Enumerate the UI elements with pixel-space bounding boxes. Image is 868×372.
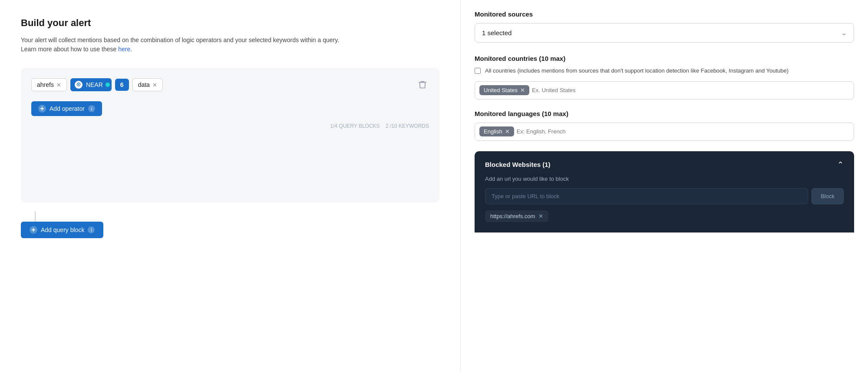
monitored-languages-label: Monitored languages (10 max) (475, 110, 854, 117)
url-input[interactable] (485, 188, 808, 204)
language-tag-english-label: English (484, 128, 502, 135)
add-query-block-info-icon: i (88, 226, 95, 233)
token-data: data ✕ (132, 78, 163, 91)
connector-line (35, 211, 36, 222)
token-ahrefs-label: ahrefs (37, 81, 54, 88)
add-operator-label: Add operator (50, 105, 85, 112)
languages-input-row[interactable]: English ✕ (475, 123, 854, 141)
add-operator-plus-icon: + (38, 105, 46, 113)
token-number-label: 6 (120, 81, 124, 88)
page-title: Build your alert (21, 17, 439, 29)
description-link[interactable]: here (118, 46, 130, 53)
country-tag-us-label: United States (484, 87, 518, 93)
country-tag-us: United States ✕ (479, 85, 529, 95)
blocked-urls-list: https://ahrefs.com ✕ (485, 210, 844, 222)
blocked-subtitle: Add an url you would like to block (485, 176, 844, 182)
query-footer: 1/4 QUERY BLOCKS 2 /10 KEYWORDS (31, 123, 429, 129)
near-dot-badge (106, 83, 110, 87)
monitored-sources-dropdown[interactable]: 1 selected ⌄ (475, 23, 854, 43)
all-countries-checkbox[interactable] (475, 68, 481, 74)
countries-input-row[interactable]: United States ✕ (475, 81, 854, 100)
token-ahrefs: ahrefs ✕ (31, 78, 67, 91)
block-button[interactable]: Block (812, 188, 844, 204)
add-query-block-plus-icon: + (30, 226, 37, 234)
description-learn-more: Learn more about how to use these (21, 46, 116, 53)
country-tag-us-remove[interactable]: ✕ (520, 87, 525, 93)
chevron-down-icon: ⌄ (841, 29, 847, 37)
description: Your alert will collect mentions based o… (21, 36, 439, 54)
blocked-url-tag-ahrefs: https://ahrefs.com ✕ (485, 210, 548, 222)
svg-point-0 (78, 84, 79, 85)
trash-icon (418, 80, 427, 90)
add-query-block-button[interactable]: + Add query block i (21, 222, 103, 238)
blocked-websites-panel: Blocked Websites (1) ⌃ Add an url you wo… (475, 151, 854, 232)
blocked-title: Blocked Websites (1) (485, 161, 551, 168)
delete-query-block-button[interactable] (416, 78, 429, 93)
language-tag-english-remove[interactable]: ✕ (505, 129, 510, 134)
token-near-label: NEAR (86, 81, 103, 88)
blocked-url-label: https://ahrefs.com (490, 213, 535, 219)
token-data-remove[interactable]: ✕ (152, 82, 157, 88)
tokens-row: ahrefs ✕ NEAR (31, 78, 416, 91)
blocked-header: Blocked Websites (1) ⌃ (485, 160, 844, 169)
token-number: 6 (115, 79, 129, 91)
monitored-sources-label: Monitored sources (475, 10, 854, 18)
url-input-row: Block (485, 188, 844, 204)
monitored-languages-section: Monitored languages (10 max) English ✕ (475, 110, 854, 141)
query-block: ahrefs ✕ NEAR (21, 68, 439, 203)
monitored-countries-label: Monitored countries (10 max) (475, 55, 854, 62)
token-data-label: data (138, 81, 150, 88)
all-countries-checkbox-row: All countries (includes mentions from so… (475, 66, 854, 75)
blocked-panel-collapse-button[interactable]: ⌃ (837, 160, 844, 169)
near-icon (75, 81, 83, 89)
language-input[interactable] (517, 128, 849, 135)
query-blocks-count: 1/4 QUERY BLOCKS (330, 123, 380, 129)
token-ahrefs-remove[interactable]: ✕ (56, 82, 61, 88)
add-query-block-label: Add query block (41, 226, 84, 233)
query-block-top: ahrefs ✕ NEAR (31, 78, 429, 93)
add-operator-button[interactable]: + Add operator i (31, 101, 102, 116)
monitored-countries-section: Monitored countries (10 max) All countri… (475, 55, 854, 100)
country-input[interactable] (532, 87, 849, 93)
keywords-count: 2 /10 KEYWORDS (386, 123, 429, 129)
add-operator-info-icon: i (88, 105, 95, 112)
description-text: Your alert will collect mentions based o… (21, 37, 339, 43)
all-countries-label: All countries (includes mentions from so… (485, 66, 789, 75)
language-tag-english: English ✕ (479, 126, 514, 136)
blocked-url-remove[interactable]: ✕ (538, 213, 543, 219)
right-panel: Monitored sources 1 selected ⌄ Monitored… (460, 0, 868, 372)
description-period: . (130, 46, 132, 53)
left-panel: Build your alert Your alert will collect… (0, 0, 460, 372)
monitored-sources-value: 1 selected (482, 29, 512, 37)
token-near: NEAR (70, 78, 112, 91)
